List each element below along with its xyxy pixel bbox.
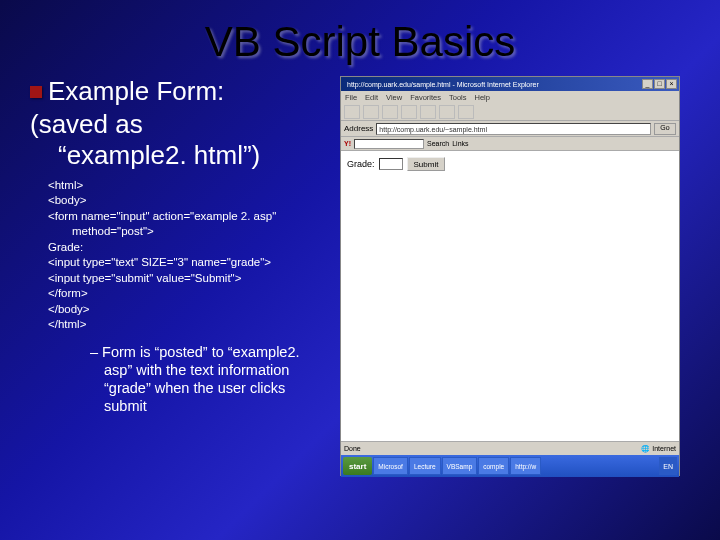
code-block: <html> <body> <form name="input" action=… — [48, 178, 330, 333]
forward-button[interactable] — [363, 105, 379, 119]
code-line: </form> — [48, 286, 330, 302]
status-right: 🌐 Internet — [641, 445, 676, 453]
menu-file[interactable]: File — [345, 93, 357, 102]
menu-edit[interactable]: Edit — [365, 93, 378, 102]
minimize-button[interactable]: _ — [642, 79, 653, 89]
yahoo-bar: Y! Search Links — [341, 137, 679, 151]
yahoo-search-input[interactable] — [354, 139, 424, 149]
start-button[interactable]: start — [343, 457, 372, 475]
back-button[interactable] — [344, 105, 360, 119]
code-line: <form name="input" action="example 2. as… — [48, 209, 330, 225]
status-zone: Internet — [652, 445, 676, 452]
taskbar-item[interactable]: comple — [478, 457, 509, 475]
taskbar-item[interactable]: http://w — [510, 457, 541, 475]
browser-viewport: Grade: Submit — [341, 151, 679, 441]
browser-menubar: File Edit View Favorites Tools Help — [341, 91, 679, 103]
submit-button[interactable]: Submit — [407, 157, 446, 171]
code-line: </html> — [48, 317, 330, 333]
address-bar: Address http://comp.uark.edu/~sample.htm… — [341, 121, 679, 137]
grade-input[interactable] — [379, 158, 403, 170]
grade-label: Grade: — [347, 159, 375, 169]
form-row: Grade: Submit — [347, 157, 673, 171]
slide-title: VB Script Basics — [0, 0, 720, 76]
globe-icon: 🌐 — [641, 445, 650, 453]
search-button[interactable] — [439, 105, 455, 119]
code-line: </body> — [48, 302, 330, 318]
code-line: <input type="submit" value="Submit"> — [48, 271, 330, 287]
bullet-icon — [30, 86, 42, 98]
menu-help[interactable]: Help — [475, 93, 490, 102]
code-line: <input type="text" SIZE="3" name="grade"… — [48, 255, 330, 271]
menu-tools[interactable]: Tools — [449, 93, 467, 102]
taskbar-item[interactable]: Microsof — [373, 457, 408, 475]
window-controls: _ □ × — [642, 79, 677, 89]
refresh-button[interactable] — [401, 105, 417, 119]
browser-toolbar — [341, 103, 679, 121]
heading-text: Example Form: — [48, 76, 224, 107]
home-button[interactable] — [420, 105, 436, 119]
subheading-1: (saved as — [30, 109, 330, 140]
yahoo-logo-icon: Y! — [344, 140, 351, 147]
code-line: method="post"> — [72, 224, 330, 240]
system-tray: EN — [659, 457, 677, 475]
subheading-2: “example2. html”) — [58, 140, 330, 171]
left-column: Example Form: (saved as “example2. html”… — [30, 76, 340, 476]
close-button[interactable]: × — [666, 79, 677, 89]
favorites-button[interactable] — [458, 105, 474, 119]
code-line: <body> — [48, 193, 330, 209]
code-line: Grade: — [48, 240, 330, 256]
stop-button[interactable] — [382, 105, 398, 119]
address-input[interactable]: http://comp.uark.edu/~sample.html — [376, 123, 651, 135]
taskbar-item[interactable]: Lecture — [409, 457, 441, 475]
content-area: Example Form: (saved as “example2. html”… — [0, 76, 720, 476]
titlebar-text: http://comp.uark.edu/sample.html - Micro… — [343, 81, 539, 88]
yahoo-links[interactable]: Links — [452, 140, 468, 147]
status-done: Done — [344, 445, 361, 452]
bullet-heading-row: Example Form: — [30, 76, 330, 107]
yahoo-search-label[interactable]: Search — [427, 140, 449, 147]
status-bar: Done 🌐 Internet — [341, 441, 679, 455]
go-button[interactable]: Go — [654, 123, 676, 135]
maximize-button[interactable]: □ — [654, 79, 665, 89]
browser-window: http://comp.uark.edu/sample.html - Micro… — [340, 76, 680, 476]
taskbar: start Microsof Lecture VBSamp comple htt… — [341, 455, 679, 477]
tray-lang: EN — [663, 463, 673, 470]
note-text: – Form is “posted” to “example2. asp” wi… — [90, 343, 330, 416]
address-label: Address — [344, 124, 373, 133]
taskbar-item[interactable]: VBSamp — [442, 457, 478, 475]
browser-titlebar: http://comp.uark.edu/sample.html - Micro… — [341, 77, 679, 91]
menu-favorites[interactable]: Favorites — [410, 93, 441, 102]
menu-view[interactable]: View — [386, 93, 402, 102]
code-line: <html> — [48, 178, 330, 194]
